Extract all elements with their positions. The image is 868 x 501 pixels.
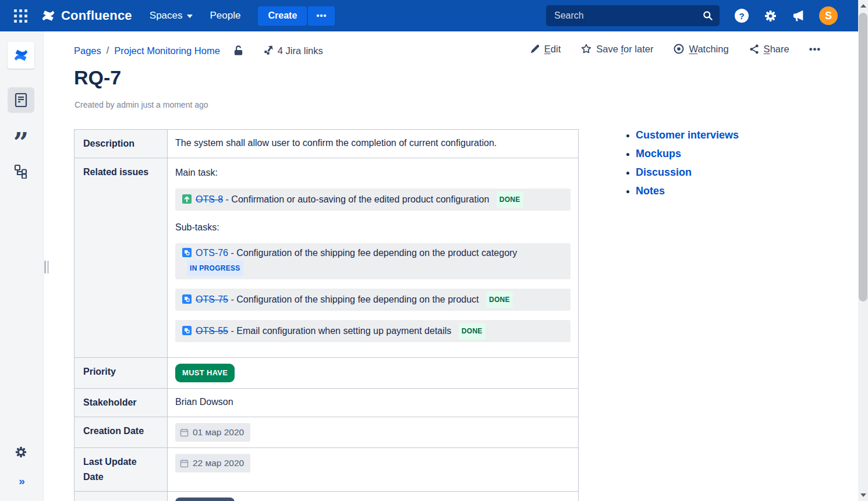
improvement-type-icon [182,194,192,203]
search-icon[interactable] [702,10,714,22]
jira-issue-card[interactable]: OTS-75 - Configuration of the shipping f… [175,289,571,311]
jira-links-button[interactable]: 4 Jira links [263,45,323,56]
subtasks-label: Sub-tasks: [175,220,571,235]
stakeholder-value: Brian Dowson [168,389,579,417]
status-badge: IN PROGRESS [187,260,243,276]
scrollbar-thumb[interactable] [859,13,867,301]
tree-hierarchy-icon [13,164,29,179]
issue-key-link[interactable]: OTS-8 [196,194,223,204]
collapse-sidebar-button[interactable]: » [8,475,34,488]
table-row: Creation Date 01 мар 2020 [75,417,579,448]
requirement-properties-table: Description The system shall allow user … [74,129,579,501]
nav-people[interactable]: People [210,10,241,22]
page-title: RQ-7 [74,66,121,89]
page-more-button[interactable]: ••• [809,44,821,55]
row-label: Creation Date [75,417,168,448]
scroll-up-arrow[interactable] [860,4,866,8]
settings-gear-icon[interactable] [764,9,777,23]
page-byline: Created by admin just a moment ago [75,100,208,109]
creation-date-pill: 01 мар 2020 [175,423,250,442]
subtask-type-icon [182,294,192,303]
document-icon [14,93,28,108]
star-icon [580,43,592,55]
jira-issue-card[interactable]: OTS-8 - Confirmation or auto-saving of t… [175,189,571,211]
jira-icon [263,45,274,56]
vertical-scrollbar[interactable] [858,0,868,501]
user-avatar[interactable]: S [819,6,838,25]
row-label: Stakeholder [75,389,168,417]
search-input[interactable] [554,10,702,21]
row-label: Related issues [75,158,168,358]
calendar-icon [180,459,189,468]
breadcrumb-parent-page-link[interactable]: Project Monitoring Home [114,45,220,56]
issue-key-link[interactable]: OTS-76 [196,248,228,258]
toc-link-customer-interviews[interactable]: Customer interviews [636,129,739,141]
space-logo[interactable] [8,42,34,69]
toc-link-discussion[interactable]: Discussion [636,166,692,178]
description-value: The system shall allow user to confirm t… [168,130,579,158]
status-badge: DONE [486,292,513,308]
jira-issue-card[interactable]: OTS-76 - Configuration of the shipping f… [175,243,571,279]
last-update-date-pill: 22 мар 2020 [175,454,250,472]
issue-key-link[interactable]: OTS-75 [196,294,228,304]
sidebar-item-blog[interactable]: ” [8,123,34,149]
top-navigation-bar: Confluence Spaces People Create ••• ? [0,0,868,31]
subtask-type-icon [182,325,192,335]
breadcrumb-pages-link[interactable]: Pages [74,45,101,56]
quote-icon: ” [13,137,29,148]
confluence-logo[interactable]: Confluence [40,8,132,24]
jira-issue-card[interactable]: OTS-55 - Email configuration when settin… [175,320,571,342]
sidebar-item-page-tree[interactable] [8,158,34,184]
row-label: Last Update Date [75,448,168,492]
edit-button[interactable]: Edit [530,44,561,55]
table-row: Description The system shall allow user … [75,130,579,158]
sidebar-item-pages[interactable] [8,87,34,113]
related-issues-cell: Main task: OTS-8 - Confirmation or auto-… [168,158,579,358]
list-item: Mockups [636,148,739,160]
status-badge: DONE [497,191,523,208]
issue-summary: - Configuration of the shipping fee depe… [231,248,517,258]
row-label: Description [75,130,168,158]
watching-button[interactable]: Watching [673,43,728,55]
nav-spaces[interactable]: Spaces [150,10,193,22]
share-icon [749,44,760,55]
pencil-icon [530,44,540,54]
sidebar-resize-handle[interactable] [44,261,49,273]
save-for-later-button[interactable]: Save for later [580,43,653,55]
list-item: Customer interviews [636,129,739,141]
double-chevron-right-icon: » [19,475,23,488]
release-version-pill: 1.2.0 [175,498,235,501]
subtask-type-icon [182,247,192,257]
status-badge: DONE [459,323,486,339]
main-task-label: Main task: [175,165,571,180]
table-of-contents: Customer interviews Mockups Discussion N… [624,129,739,204]
scroll-down-arrow[interactable] [860,493,866,497]
space-settings-gear-icon[interactable] [8,446,34,459]
toc-link-mockups[interactable]: Mockups [636,148,681,159]
table-row: Stakeholder Brian Dowson [75,389,579,417]
create-more-button[interactable]: ••• [308,6,335,26]
list-item: Discussion [636,166,739,179]
table-row: Included in Release 1.2.0 [75,492,579,501]
app-switcher-icon[interactable] [14,9,27,23]
notifications-megaphone-icon[interactable] [792,9,805,22]
chevron-down-icon [187,15,193,18]
issue-key-link[interactable]: OTS-55 [196,326,228,336]
list-item: Notes [636,185,739,197]
table-row: Related issues Main task: OTS-8 - Confir… [75,158,579,358]
toc-link-notes[interactable]: Notes [636,185,665,197]
help-icon[interactable]: ? [735,9,749,23]
issue-summary: - Email configuration when setting up pa… [231,326,451,336]
create-button[interactable]: Create [258,6,307,26]
share-button[interactable]: Share [749,44,789,55]
table-row: Last Update Date 22 мар 2020 [75,448,579,492]
unrestricted-lock-icon[interactable] [232,44,245,57]
calendar-icon [180,428,189,437]
row-label: Priority [75,358,168,389]
table-row: Priority MUST HAVE [75,358,579,389]
space-sidebar: ” » [0,31,44,501]
confluence-mark-icon [40,8,56,24]
app-title: Confluence [61,8,132,23]
page-actions: Edit Save for later Watching Share ••• [530,43,821,55]
search-box[interactable] [546,5,720,26]
